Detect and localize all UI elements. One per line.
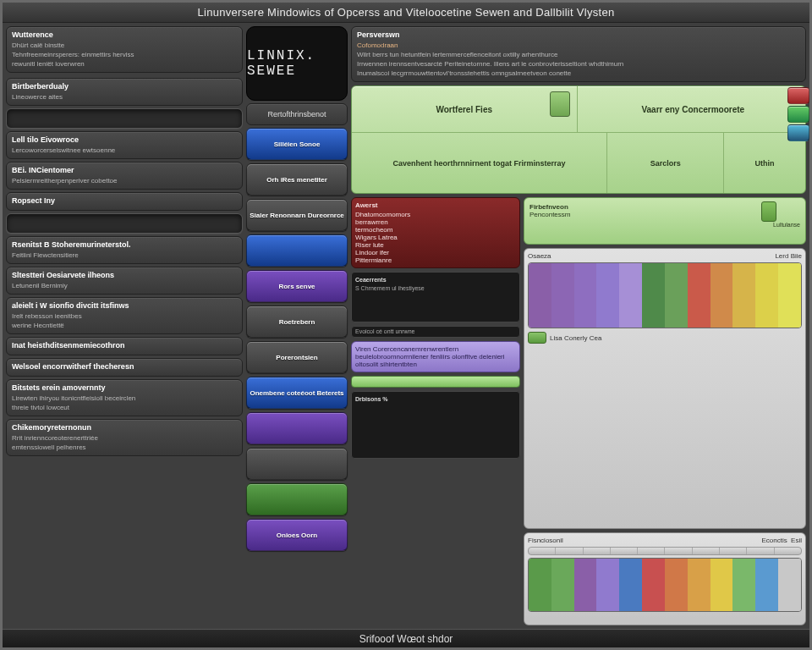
left-card[interactable]: Inat heisthditsenmemiecothron bbox=[6, 337, 243, 355]
dark-box-2: Drbisons % bbox=[351, 391, 520, 459]
inset-well bbox=[6, 213, 243, 234]
intro-heading: Wutterence bbox=[12, 30, 237, 39]
left-card[interactable]: Sltestteri Oesiarvete ilheonsLetunenil B… bbox=[6, 267, 243, 295]
window-title: Linunversere Mindowics of Opcerss and Vi… bbox=[3, 3, 809, 23]
inset-well bbox=[6, 108, 243, 129]
segmented-bar[interactable] bbox=[528, 547, 802, 555]
swatch-icon bbox=[761, 201, 776, 222]
mid-pill[interactable]: Onembene coteéoot Beterets bbox=[246, 377, 348, 409]
green-seg-2[interactable]: Vaarr eny Concermoorete bbox=[581, 86, 806, 132]
mid-pill[interactable]: Orh iRes menetiter bbox=[246, 163, 348, 196]
left-card[interactable]: Ropsect Iny bbox=[6, 192, 243, 211]
mid-pill[interactable]: Rors senve bbox=[246, 270, 348, 302]
green-stub[interactable] bbox=[351, 376, 520, 388]
red-box: Awerst Dhatomcomomorsberrawrrentermocheo… bbox=[351, 197, 520, 268]
dark-bar: Evoicol cé ontt unrwne bbox=[351, 326, 520, 338]
spectrum-panel-1: Osaeza Lerd Biie Lisa Conerly Cea bbox=[524, 248, 806, 529]
dark-box-1: Ceaerrents S Chrnemem ul ihestiyese bbox=[351, 272, 520, 322]
color-spectrum[interactable] bbox=[528, 262, 802, 328]
spectrum-panel-2: Fisnciosonil Econctis Esil bbox=[524, 532, 806, 625]
chip-green-icon[interactable] bbox=[787, 106, 809, 123]
mid-pill[interactable] bbox=[246, 483, 348, 515]
mid-pill[interactable]: Sialer Renonnarn Dureornrce bbox=[246, 199, 348, 231]
mid-pill[interactable]: Silléien Sonoe bbox=[246, 128, 348, 160]
purple-box: Viren Corercencanemrenwrentlern beulelob… bbox=[351, 341, 520, 372]
left-card[interactable]: ChikemoryreternonunRrit inrienncoreotere… bbox=[6, 419, 243, 456]
legend-swatch-icon bbox=[528, 332, 546, 344]
chip-red-icon[interactable] bbox=[787, 87, 809, 104]
left-card[interactable]: Bitstets erein amovernntyLirewten ihiryo… bbox=[6, 379, 243, 416]
green-seg-4[interactable]: Sarclors bbox=[607, 133, 724, 193]
right-column: Persverswn Cofomodraan Wilrt berrs tun h… bbox=[351, 26, 806, 625]
mid-pill[interactable] bbox=[246, 412, 348, 444]
color-spectrum-2[interactable] bbox=[528, 558, 802, 612]
left-card[interactable]: BEi. INCientomerPelsiermreitherpenperive… bbox=[6, 162, 243, 190]
mid-pill[interactable]: Onioes Oorn bbox=[246, 519, 348, 551]
mid-pill[interactable] bbox=[246, 448, 348, 480]
logo-box: LINNIX. SEWEE bbox=[246, 26, 348, 101]
green-panel[interactable]: Wortferel Fies Vaarr eny Concermoorete C… bbox=[351, 85, 806, 194]
green-seg-5[interactable]: Uthin bbox=[724, 133, 805, 193]
side-chips bbox=[787, 87, 809, 141]
chip-blue-icon[interactable] bbox=[787, 124, 809, 141]
left-card[interactable]: BirtberberdualyLineowerce aites bbox=[6, 78, 243, 106]
left-card[interactable]: Lell tilo EivowroceLercoworcerseiswitnee… bbox=[6, 131, 243, 159]
mid-column: LINNIX. SEWEE Rertofthrinsbenot Silléien… bbox=[246, 26, 348, 625]
mid-label: Rertofthrinsbenot bbox=[246, 103, 348, 125]
status-bar: Srifooof Wœot shdor bbox=[3, 629, 809, 647]
left-column: Wutterence Dhürt calë binstte Tehnfreeme… bbox=[6, 26, 243, 625]
mid-pill[interactable]: Roetrebern bbox=[246, 306, 348, 338]
swatch-icon bbox=[550, 91, 570, 117]
left-card[interactable]: Welsoel encorrwitherf thecheresn bbox=[6, 358, 243, 377]
left-card[interactable]: aleielt i W sionfio divcitt itsfinwsIrel… bbox=[6, 297, 243, 334]
mid-pill[interactable] bbox=[246, 234, 348, 267]
green-panel-2[interactable]: Firbefnveon Pencontessm Lultulanse bbox=[524, 197, 806, 245]
info-card: Persverswn Cofomodraan Wilrt berrs tun h… bbox=[351, 26, 806, 82]
green-seg-1[interactable]: Wortferel Fies bbox=[352, 86, 578, 132]
intro-card: Wutterence Dhürt calë binstte Tehnfreeme… bbox=[6, 26, 243, 73]
left-card[interactable]: Rsenitst B Stoheremurineterstol.Feitlini… bbox=[6, 236, 243, 264]
green-seg-3[interactable]: Cavenhent heorthrnnirnent togat Frirmins… bbox=[352, 133, 607, 193]
mid-pill[interactable]: Porerontsien bbox=[246, 341, 348, 373]
